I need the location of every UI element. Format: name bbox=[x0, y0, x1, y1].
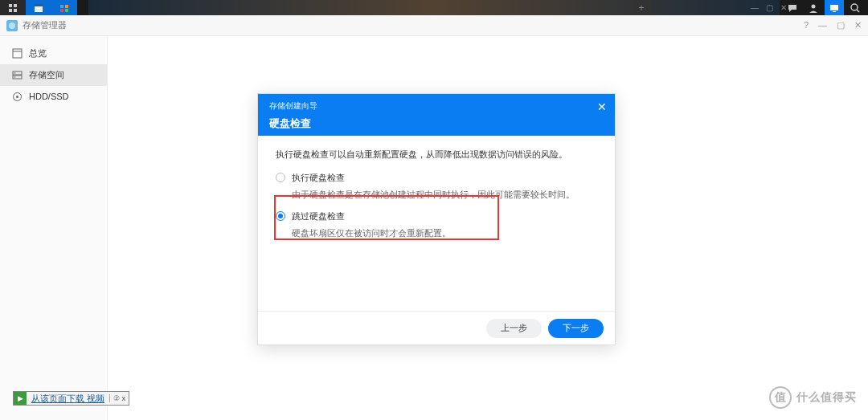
storage-app-icon bbox=[59, 3, 69, 13]
window-title: 存储管理器 bbox=[23, 19, 67, 31]
sidebar-item-label: 总览 bbox=[29, 47, 47, 59]
taskbar-background bbox=[88, 0, 780, 15]
maximize-button[interactable]: ▢ bbox=[837, 20, 845, 31]
svg-point-20 bbox=[14, 76, 15, 78]
modal-description: 执行硬盘检查可以自动重新配置硬盘，从而降低出现数据访问错误的风险。 bbox=[276, 149, 597, 161]
svg-rect-1 bbox=[14, 4, 17, 7]
window-icon bbox=[34, 3, 43, 13]
disk-icon bbox=[11, 91, 23, 102]
modal-breadcrumb: 存储创建向导 bbox=[269, 100, 604, 112]
radio-option-skip-check[interactable]: 跳过硬盘检查 bbox=[276, 210, 597, 222]
taskbar-app-1[interactable] bbox=[26, 0, 51, 15]
radio-button[interactable] bbox=[276, 173, 285, 182]
modal-footer: 上一步 下一步 bbox=[258, 311, 615, 345]
play-icon: ▶ bbox=[14, 392, 27, 405]
sidebar-item-storage[interactable]: 存储空间 bbox=[0, 64, 107, 86]
help-button[interactable]: ? bbox=[804, 20, 809, 31]
browser-maximize[interactable]: ▢ bbox=[762, 0, 776, 15]
svg-point-10 bbox=[812, 4, 816, 8]
svg-rect-9 bbox=[65, 9, 68, 12]
modal-header: 存储创建向导 硬盘检查 ✕ bbox=[258, 94, 615, 136]
svg-rect-17 bbox=[13, 71, 22, 75]
radio-option-perform-check[interactable]: 执行硬盘检查 bbox=[276, 172, 597, 184]
watermark-text: 什么值得买 bbox=[796, 390, 857, 405]
radio-label: 执行硬盘检查 bbox=[292, 172, 345, 184]
sidebar-item-label: HDD/SSD bbox=[29, 92, 69, 101]
watermark-symbol: 值 bbox=[769, 386, 792, 409]
minimize-button[interactable]: — bbox=[818, 20, 827, 31]
svg-rect-7 bbox=[65, 5, 68, 8]
svg-point-19 bbox=[14, 72, 15, 74]
option-description: 由于硬盘检查是在存储池创建过程中同时执行，因此可能需要较长时间。 bbox=[292, 189, 597, 201]
screen-icon[interactable] bbox=[825, 0, 844, 15]
taskbar-left-tabs bbox=[0, 0, 77, 15]
svg-rect-15 bbox=[13, 49, 22, 58]
svg-rect-5 bbox=[35, 4, 43, 6]
taskbar-app-2[interactable] bbox=[51, 0, 77, 15]
browser-minimize[interactable]: — bbox=[747, 0, 762, 15]
download-badge: ② x bbox=[109, 394, 129, 402]
svg-point-22 bbox=[16, 96, 18, 98]
close-button[interactable]: ✕ bbox=[854, 20, 862, 31]
svg-rect-6 bbox=[60, 5, 63, 8]
download-bar[interactable]: ▶ 从该页面下载 视频 ② x bbox=[13, 391, 129, 406]
new-tab-button[interactable]: + bbox=[632, 0, 651, 15]
overview-icon bbox=[11, 48, 23, 59]
os-taskbar: + — ▢ ✕ bbox=[0, 0, 868, 15]
sidebar-item-overview[interactable]: 总览 bbox=[0, 43, 107, 64]
app-icon bbox=[6, 20, 18, 31]
search-icon[interactable] bbox=[845, 0, 865, 15]
next-button[interactable]: 下一步 bbox=[548, 319, 604, 338]
modal-body: 执行硬盘检查可以自动重新配置硬盘，从而降低出现数据访问错误的风险。 执行硬盘检查… bbox=[258, 136, 615, 311]
radio-button[interactable] bbox=[276, 211, 285, 221]
svg-line-14 bbox=[857, 10, 859, 12]
storage-wizard-modal: 存储创建向导 硬盘检查 ✕ 执行硬盘检查可以自动重新配置硬盘，从而降低出现数据访… bbox=[257, 93, 616, 345]
radio-label: 跳过硬盘检查 bbox=[292, 210, 345, 222]
grid-icon bbox=[8, 3, 18, 13]
svg-rect-0 bbox=[9, 4, 12, 7]
prev-button[interactable]: 上一步 bbox=[486, 319, 542, 338]
taskbar-tray bbox=[783, 0, 868, 15]
svg-rect-11 bbox=[830, 5, 838, 10]
storage-icon bbox=[11, 70, 23, 81]
option-description: 硬盘坏扇区仅在被访问时才会重新配置。 bbox=[292, 227, 597, 239]
sidebar-item-label: 存储空间 bbox=[29, 69, 64, 81]
user-icon[interactable] bbox=[804, 0, 823, 15]
svg-point-13 bbox=[851, 4, 858, 10]
download-text[interactable]: 从该页面下载 视频 bbox=[27, 393, 109, 405]
svg-rect-8 bbox=[60, 9, 63, 12]
svg-rect-3 bbox=[14, 9, 17, 12]
modal-title: 硬盘检查 bbox=[269, 116, 604, 131]
window-title-bar: 存储管理器 ? — ▢ ✕ bbox=[0, 15, 868, 36]
chat-icon[interactable] bbox=[783, 0, 802, 15]
app-switcher-button[interactable] bbox=[0, 0, 26, 15]
modal-close-button[interactable]: ✕ bbox=[597, 100, 607, 113]
sidebar: 总览 存储空间 HDD/SSD bbox=[0, 36, 108, 420]
watermark: 值 什么值得买 bbox=[769, 386, 857, 409]
svg-rect-12 bbox=[833, 11, 836, 12]
svg-rect-18 bbox=[13, 75, 22, 79]
svg-rect-2 bbox=[9, 9, 12, 12]
window-controls: ? — ▢ ✕ bbox=[804, 20, 862, 31]
sidebar-item-hdd-ssd[interactable]: HDD/SSD bbox=[0, 86, 107, 107]
